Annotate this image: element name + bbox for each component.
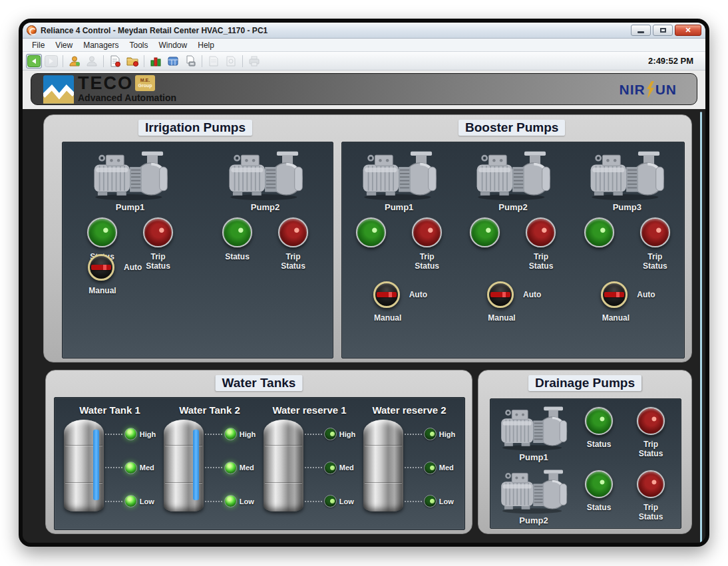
close-button[interactable]: ✕ [675, 25, 701, 36]
menu-tools[interactable]: Tools [124, 40, 154, 51]
restore-button[interactable] [653, 25, 673, 36]
menubar: File View Managers Tools Window Help [23, 39, 705, 52]
toolbar-separator [63, 55, 63, 67]
app-icon [27, 25, 37, 35]
auto-label: Auto [523, 290, 541, 299]
connector-dots [405, 434, 422, 435]
pump-icon [499, 469, 568, 514]
clock: 2:49:52 PM [648, 56, 693, 66]
teco-tagline: Advanced Automation [78, 92, 176, 103]
low-level-light [324, 495, 337, 507]
water-level-bar [93, 430, 99, 500]
menu-file[interactable]: File [27, 40, 50, 51]
user-login-button[interactable] [67, 54, 83, 69]
med-level-light [324, 462, 337, 474]
print-icon [248, 55, 260, 67]
high-label: High [240, 430, 256, 438]
auto-manual-switch[interactable] [487, 281, 514, 308]
window-title: Reliance 4 Control - Meydan Retail Cente… [41, 26, 631, 35]
trip-status-light [143, 217, 173, 247]
connector-dots [205, 467, 222, 468]
low-level-light [424, 495, 437, 507]
switch-handle-icon [91, 265, 111, 270]
water-tanks-title: Water Tanks [216, 375, 303, 391]
trip-status-light [637, 407, 665, 435]
booster-title: Booster Pumps [458, 120, 565, 136]
pump-name: Pump2 [519, 515, 548, 525]
water-tanks-frame: Water Tanks Water Tank 1 High [45, 370, 472, 534]
banner-area: TECO M.E. Group Advanced Automation NIR … [23, 71, 705, 109]
pump-icon [361, 150, 438, 201]
trip-status-light [640, 217, 670, 247]
minimize-button[interactable] [631, 25, 651, 36]
booster-panel: Pump1 Trip Status Auto Manual [341, 142, 685, 358]
auto-label: Auto [409, 290, 427, 299]
manual-label: Manual [75, 286, 130, 295]
pump-icon [588, 150, 665, 201]
close-icon: ✕ [685, 26, 691, 35]
tank-seam [365, 482, 402, 484]
connector-dots [205, 434, 222, 435]
trend-chart-icon [150, 55, 162, 67]
status-light [222, 217, 252, 247]
page-setup-button [206, 54, 222, 69]
med-label: Med [240, 464, 254, 472]
data-table-icon [167, 55, 179, 67]
booster-pump2-group: Pump2 Trip Status Auto Manual [464, 150, 562, 325]
tank-icon [164, 420, 204, 511]
data-table-button[interactable] [165, 54, 181, 69]
low-level-light [224, 495, 237, 507]
status-light [584, 217, 614, 247]
status-light [585, 407, 613, 435]
water-tanks-panel: Water Tank 1 High Med Low [54, 397, 465, 530]
edge-highlight [700, 112, 702, 544]
med-level-light [224, 462, 237, 474]
trip-status-label: Trip Status [637, 252, 673, 271]
manual-label: Manual [360, 313, 416, 323]
pump-name: Pump3 [613, 202, 641, 212]
high-level-light [224, 428, 237, 440]
status-light [470, 217, 500, 247]
forward-icon [45, 55, 58, 67]
drainage-pump1-row: Pump1 Status Trip Status [490, 399, 681, 462]
menu-view[interactable]: View [50, 40, 78, 51]
toolbar-separator [202, 55, 202, 67]
auto-manual-switch[interactable] [373, 281, 400, 308]
menu-managers[interactable]: Managers [78, 40, 124, 51]
menu-window[interactable]: Window [154, 40, 193, 51]
tank-seam [265, 445, 302, 446]
tank-name: Water Tank 2 [179, 404, 240, 416]
titlebar: Reliance 4 Control - Meydan Retail Cente… [23, 23, 705, 39]
drainage-frame: Drainage Pumps Pump1 Status Trip Status [478, 370, 692, 534]
booster-mode-switch-block: Auto Manual [360, 281, 439, 325]
switch-handle-icon [490, 292, 510, 297]
med-label: Med [339, 464, 354, 472]
low-label: Low [140, 497, 154, 505]
app-window: Reliance 4 Control - Meydan Retail Cente… [19, 19, 709, 547]
high-label: High [439, 430, 455, 438]
trip-status-light [412, 217, 442, 247]
tank-icon [64, 420, 104, 511]
connector-dots [305, 434, 322, 435]
report-folder-button[interactable] [124, 54, 140, 69]
manual-label: Manual [588, 313, 643, 323]
back-button[interactable] [26, 54, 42, 69]
status-light [356, 217, 386, 247]
teco-logo-icon [43, 75, 74, 104]
user-login-icon [69, 55, 81, 67]
connector-dots [405, 467, 422, 468]
menu-help[interactable]: Help [192, 40, 220, 51]
report-document-button[interactable] [107, 54, 123, 69]
irrigation-panel: Pump1 Status Trip Status [62, 142, 333, 358]
trend-chart-button[interactable] [148, 54, 164, 69]
switch-handle-icon [604, 292, 624, 297]
print-document-button[interactable] [182, 54, 198, 69]
tank-seam [365, 445, 402, 446]
connector-dots [305, 501, 322, 502]
trip-status-label: Trip Status [409, 252, 445, 271]
auto-manual-switch[interactable] [88, 254, 114, 281]
scada-canvas: Irrigation Pumps Booster Pumps Pump1 Sta… [23, 109, 705, 547]
auto-manual-switch[interactable] [601, 281, 628, 308]
trip-status-label: Trip Status [523, 252, 559, 271]
irrigation-mode-switch-block: Auto Manual [75, 254, 153, 298]
